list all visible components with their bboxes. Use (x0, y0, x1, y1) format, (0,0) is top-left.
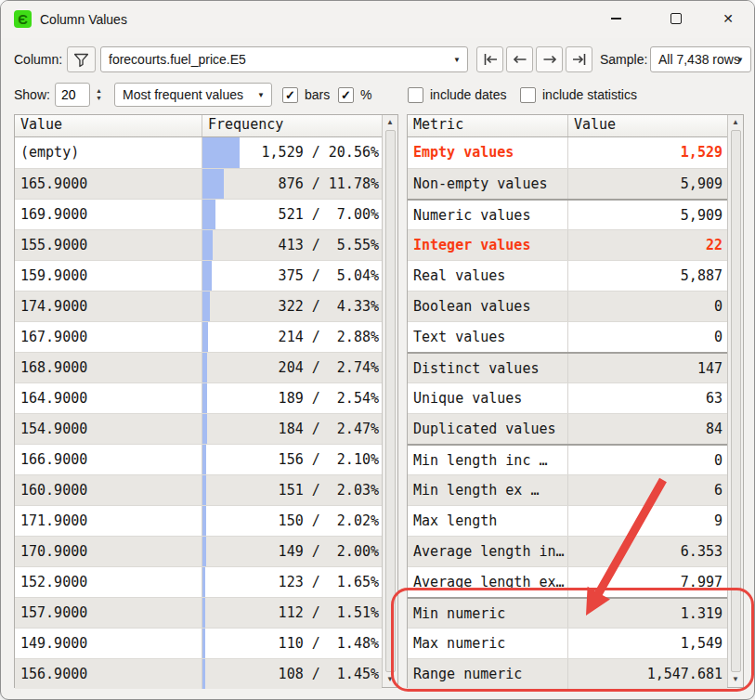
close-button[interactable]: ✕ (707, 1, 749, 36)
value-cell: 164.9000 (15, 383, 202, 413)
column-select[interactable]: forecourts.fuel_price.E5 ▼ (100, 46, 468, 72)
frequency-column-header[interactable]: Frequency (202, 115, 283, 136)
table-row[interactable]: 166.9000 156 / 2.10% (15, 444, 382, 474)
stats-row[interactable]: Max length9 (408, 505, 727, 536)
stats-row[interactable]: Empty values1,529 (408, 137, 727, 168)
checkbox-box[interactable]: ✓ (282, 87, 298, 103)
stats-row[interactable]: Boolean values0 (408, 291, 727, 321)
stats-row[interactable]: Average length ex…7.997 (408, 566, 727, 597)
checkbox-box[interactable] (408, 87, 423, 103)
mode-select[interactable]: Most frequent values ▼ (114, 83, 272, 107)
table-row[interactable]: 170.9000 149 / 2.00% (15, 536, 382, 566)
metric-value-column-header[interactable]: Value (568, 115, 616, 136)
checkbox-bars[interactable]: ✓bars (282, 82, 330, 108)
value-cell: 170.9000 (15, 537, 202, 566)
first-column-button[interactable] (476, 46, 503, 72)
checkbox-%[interactable]: ✓% (338, 82, 371, 108)
stats-row[interactable]: Max numeric1,549 (408, 628, 727, 658)
values-scrollbar[interactable]: ▲ ▼ (382, 115, 397, 687)
stats-row[interactable]: Non-empty values5,909 (408, 168, 727, 199)
value-cell: 160.9000 (15, 475, 202, 505)
frequency-text: 1,529 / 20.56% (262, 144, 379, 161)
checkbox-include-dates[interactable]: include dates (408, 82, 507, 108)
scroll-down-icon[interactable]: ▼ (732, 675, 739, 684)
stats-row[interactable]: Unique values63 (408, 382, 727, 413)
table-row[interactable]: 154.9000 184 / 2.47% (15, 413, 382, 444)
frequency-cell: 214 / 2.88% (202, 322, 382, 352)
table-row[interactable]: 165.9000 876 / 11.78% (15, 168, 382, 199)
scroll-down-icon[interactable]: ▼ (386, 675, 394, 684)
frequency-bar (202, 261, 212, 291)
checkbox-label: bars (305, 87, 330, 102)
checkbox-box[interactable]: ✓ (338, 87, 354, 103)
frequency-text: 375 / 5.04% (262, 267, 379, 284)
value-cell: 155.9000 (15, 230, 202, 260)
scroll-up-icon[interactable]: ▲ (386, 118, 394, 127)
title-bar[interactable]: Є Column Values ✕ (1, 1, 754, 38)
values-table: Value Frequency (empty)1,529 / 20.56%165… (14, 114, 398, 688)
minimize-button[interactable] (594, 1, 637, 36)
sample-label: Sample: (600, 46, 647, 72)
table-row[interactable]: 149.9000 110 / 1.48% (15, 628, 382, 658)
scroll-up-icon[interactable]: ▲ (732, 118, 739, 127)
sample-select-value: All 7,438 rows (658, 52, 740, 67)
stats-row[interactable]: Distinct values147 (408, 352, 727, 382)
stats-row[interactable]: Integer values22 (408, 229, 727, 260)
stats-row[interactable]: Min length inc …0 (408, 444, 727, 474)
scrollbar-thumb[interactable] (385, 130, 396, 672)
stats-row[interactable]: Min length ex …6 (408, 474, 727, 505)
table-row[interactable]: 159.9000 375 / 5.04% (15, 260, 382, 291)
stats-scrollbar[interactable]: ▲ ▼ (727, 115, 743, 687)
checkbox-label: % (360, 87, 371, 102)
table-row[interactable]: 155.9000 413 / 5.55% (15, 229, 382, 260)
next-column-button[interactable] (536, 46, 563, 72)
stepper-down-icon[interactable]: ▼ (93, 95, 105, 102)
value-cell: 154.9000 (15, 414, 202, 444)
frequency-cell: 1,529 / 20.56% (202, 137, 382, 168)
checkbox-box[interactable] (520, 87, 536, 103)
filter-button[interactable] (67, 46, 96, 72)
table-row[interactable]: 160.9000 151 / 2.03% (15, 474, 382, 505)
table-row[interactable]: 152.9000 123 / 1.65% (15, 566, 382, 597)
table-row[interactable]: 167.9000 214 / 2.88% (15, 321, 382, 352)
frequency-cell: 156 / 2.10% (202, 445, 382, 474)
metric-column-header[interactable]: Metric (408, 115, 568, 136)
table-row[interactable]: 164.9000 189 / 2.54% (15, 382, 382, 413)
metric-value-cell: 0 (568, 322, 727, 352)
scrollbar-thumb[interactable] (731, 130, 741, 672)
sample-select[interactable]: All 7,438 rows ▼ (650, 46, 751, 72)
frequency-text: 149 / 2.00% (262, 543, 379, 560)
table-row[interactable]: 171.9000 150 / 2.02% (15, 505, 382, 536)
metric-value-cell: 7.997 (568, 567, 727, 597)
previous-column-button[interactable] (506, 46, 533, 72)
frequency-text: 184 / 2.47% (262, 421, 379, 437)
frequency-cell: 149 / 2.00% (202, 537, 382, 566)
table-row[interactable]: 168.9000 204 / 2.74% (15, 352, 382, 382)
metric-cell: Duplicated values (408, 414, 568, 444)
table-row[interactable]: 174.9000 322 / 4.33% (15, 291, 382, 321)
table-row[interactable]: 157.9000 112 / 1.51% (15, 597, 382, 628)
last-column-button[interactable] (566, 46, 592, 72)
value-column-header[interactable]: Value (15, 115, 202, 136)
table-row[interactable]: 169.9000 521 / 7.00% (15, 199, 382, 229)
frequency-cell: 189 / 2.54% (202, 383, 382, 413)
right-arrow-icon (540, 52, 559, 67)
value-cell: 166.9000 (15, 445, 202, 474)
stats-row[interactable]: Average length in…6.353 (408, 536, 727, 566)
maximize-button[interactable] (655, 1, 697, 36)
stats-row[interactable]: Duplicated values84 (408, 413, 727, 444)
stats-row[interactable]: Range numeric1,547.681 (408, 658, 727, 689)
stats-row[interactable]: Real values5,887 (408, 260, 727, 291)
stepper-up-icon[interactable]: ▲ (93, 87, 105, 95)
column-values-dialog: Є Column Values ✕ Column: forecourts.fue… (0, 0, 755, 700)
stats-row[interactable]: Numeric values5,909 (408, 199, 727, 229)
frequency-bar (202, 475, 206, 505)
table-row[interactable]: (empty)1,529 / 20.56% (15, 137, 382, 168)
stats-row[interactable]: Text values0 (408, 321, 727, 352)
checkbox-include-statistics[interactable]: include statistics (520, 82, 637, 108)
stats-row[interactable]: Min numeric1.319 (408, 597, 727, 628)
mode-select-value: Most frequent values (123, 87, 243, 102)
table-row[interactable]: 156.9000 108 / 1.45% (15, 658, 382, 689)
show-count-input[interactable] (55, 83, 90, 107)
metric-cell: Min numeric (408, 599, 568, 628)
